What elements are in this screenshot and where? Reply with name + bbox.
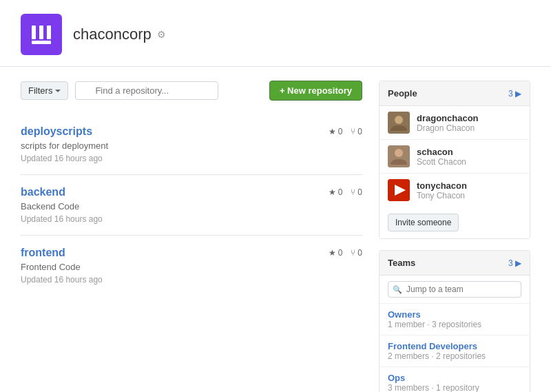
person-fullname: Tony Chacon (417, 191, 467, 200)
team-meta: 3 members · 1 repository (388, 383, 521, 392)
svg-rect-0 (32, 25, 36, 39)
fork-count: 0 (357, 187, 362, 197)
teams-search-icon: 🔍 (393, 285, 402, 294)
people-box: People 3 ▶ dragonchacon Dragon Chacon (379, 81, 530, 239)
star-icon (329, 187, 336, 197)
invite-someone-button[interactable]: Invite someone (388, 214, 459, 231)
org-header: chaconcorp ⚙ (0, 0, 551, 67)
teams-search-input[interactable] (388, 281, 521, 298)
team-item[interactable]: Ops 3 members · 1 repository (380, 367, 530, 392)
person-item: schacon Scott Chacon (380, 140, 530, 174)
teams-search-inner: 🔍 (388, 281, 521, 298)
avatar (388, 145, 410, 167)
repo-forks: 0 (351, 248, 362, 258)
svg-point-7 (395, 149, 403, 157)
repo-updated: Updated 16 hours ago (21, 154, 362, 163)
repo-desc: Frontend Code (21, 262, 362, 272)
person-username: dragonchacon (417, 113, 479, 123)
star-icon (329, 248, 336, 258)
svg-rect-2 (47, 25, 51, 39)
right-column: People 3 ▶ dragonchacon Dragon Chacon (379, 81, 530, 392)
fork-icon (351, 127, 355, 136)
svg-rect-3 (32, 41, 51, 44)
person-item: tonychacon Tony Chacon (380, 174, 530, 207)
main-layout: Filters 🔍 + New repository deployscripts (0, 67, 551, 392)
filters-caret-icon (55, 90, 61, 92)
team-name: Frontend Developers (388, 341, 521, 351)
teams-title: Teams (388, 258, 415, 268)
repo-header-row: frontend 0 0 (21, 247, 362, 259)
repo-stats: 0 0 (329, 248, 362, 258)
person-info: tonychacon Tony Chacon (417, 180, 467, 200)
people-count-link[interactable]: 3 ▶ (508, 89, 521, 99)
repo-item: deployscripts 0 0 scripts f (21, 114, 362, 174)
new-repo-button[interactable]: + New repository (269, 81, 362, 101)
repo-desc: scripts for deployment (21, 141, 362, 151)
teams-search-wrapper: 🔍 (380, 276, 530, 304)
person-info: schacon Scott Chacon (417, 147, 466, 167)
fork-icon (351, 187, 355, 197)
star-count: 0 (338, 187, 343, 197)
person-username: tonychacon (417, 180, 467, 191)
repo-header-row: backend 0 0 (21, 186, 362, 198)
person-info: dragonchacon Dragon Chacon (417, 113, 479, 133)
repo-stats: 0 0 (329, 187, 362, 197)
repo-updated: Updated 16 hours ago (21, 214, 362, 224)
search-wrapper: 🔍 (75, 81, 262, 100)
gear-icon[interactable]: ⚙ (157, 29, 166, 40)
team-meta: 2 members · 2 repositories (388, 351, 521, 361)
people-box-header: People 3 ▶ (380, 81, 530, 106)
left-column: Filters 🔍 + New repository deployscripts (21, 81, 362, 392)
teams-count-link[interactable]: 3 ▶ (508, 258, 521, 268)
search-repo-input[interactable] (75, 81, 218, 100)
person-username: schacon (417, 147, 466, 157)
team-item[interactable]: Frontend Developers 2 members · 2 reposi… (380, 336, 530, 367)
toolbar: Filters 🔍 + New repository (21, 81, 362, 101)
fork-icon (351, 248, 355, 258)
people-title: People (388, 88, 417, 99)
repo-stats: 0 0 (329, 127, 362, 136)
repo-stars: 0 (329, 187, 343, 197)
org-logo (21, 14, 62, 55)
team-meta: 1 member · 3 repositories (388, 320, 521, 329)
repo-item: frontend 0 0 Frontend Code (21, 235, 362, 296)
filters-button[interactable]: Filters (21, 81, 68, 100)
team-item[interactable]: Owners 1 member · 3 repositories (380, 304, 530, 336)
person-fullname: Dragon Chacon (417, 123, 479, 133)
svg-rect-1 (39, 25, 43, 39)
repo-name[interactable]: deployscripts (21, 125, 92, 138)
teams-box: Teams 3 ▶ 🔍 Owners 1 member · 3 reposito… (379, 250, 530, 392)
avatar (388, 112, 410, 134)
repo-header-row: deployscripts 0 0 (21, 125, 362, 138)
person-fullname: Scott Chacon (417, 157, 466, 167)
filters-label: Filters (28, 85, 52, 96)
repo-forks: 0 (351, 187, 362, 197)
repo-stars: 0 (329, 127, 343, 136)
svg-point-5 (395, 116, 403, 124)
star-count: 0 (338, 248, 343, 258)
repo-item: backend 0 0 Backend Code (21, 174, 362, 235)
repo-forks: 0 (351, 127, 362, 136)
fork-count: 0 (357, 248, 362, 258)
star-count: 0 (338, 127, 343, 136)
team-name: Ops (388, 373, 521, 383)
person-item: dragonchacon Dragon Chacon (380, 106, 530, 140)
repo-stars: 0 (329, 248, 343, 258)
org-name: chaconcorp (73, 25, 152, 43)
repo-desc: Backend Code (21, 201, 362, 212)
repo-name[interactable]: backend (21, 186, 65, 198)
repos-list: deployscripts 0 0 scripts f (21, 114, 362, 296)
star-icon (329, 127, 336, 136)
team-name: Owners (388, 309, 521, 320)
fork-count: 0 (357, 127, 362, 136)
repo-name[interactable]: frontend (21, 247, 65, 259)
avatar (388, 179, 410, 201)
teams-box-header: Teams 3 ▶ (380, 251, 530, 276)
repo-updated: Updated 16 hours ago (21, 275, 362, 285)
